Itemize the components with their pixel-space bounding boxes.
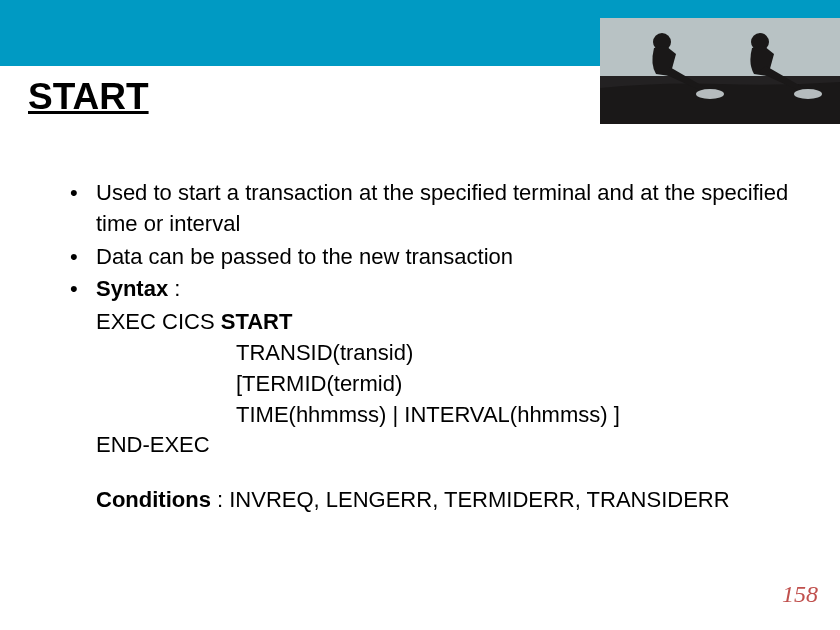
svg-point-3	[794, 89, 822, 99]
syntax-label: Syntax	[96, 276, 168, 301]
syntax-line: END-EXEC	[68, 430, 800, 461]
bullet-item: • Used to start a transaction at the spe…	[68, 178, 800, 240]
slide-title: START	[28, 76, 149, 118]
slide: START • Used to start a transaction at t…	[0, 0, 840, 630]
svg-point-2	[696, 89, 724, 99]
page-number: 158	[782, 581, 818, 608]
syntax-text: END-EXEC	[96, 432, 210, 457]
bullet-text: Syntax :	[96, 274, 800, 305]
rowers-image	[600, 18, 840, 124]
bullet-item: • Syntax :	[68, 274, 800, 305]
syntax-keyword: START	[221, 309, 293, 334]
syntax-line: TRANSID(transid)	[68, 338, 800, 369]
bullet-item: • Data can be passed to the new transact…	[68, 242, 800, 273]
syntax-text: TRANSID(transid)	[236, 340, 413, 365]
rowers-silhouette-icon	[600, 18, 840, 124]
syntax-colon: :	[168, 276, 180, 301]
syntax-text: TIME(hhmmss) | INTERVAL(hhmmss) ]	[236, 402, 620, 427]
spacer	[68, 461, 800, 485]
conditions-text: : INVREQ, LENGERR, TERMIDERR, TRANSIDERR	[211, 487, 730, 512]
syntax-text: [TERMID(termid)	[236, 371, 402, 396]
slide-body: • Used to start a transaction at the spe…	[68, 178, 800, 516]
bullet-marker: •	[68, 178, 96, 240]
syntax-line: EXEC CICS START	[68, 307, 800, 338]
bullet-text: Used to start a transaction at the speci…	[96, 178, 800, 240]
bullet-text: Data can be passed to the new transactio…	[96, 242, 800, 273]
bullet-marker: •	[68, 242, 96, 273]
syntax-line: [TERMID(termid)	[68, 369, 800, 400]
syntax-line: TIME(hhmmss) | INTERVAL(hhmmss) ]	[68, 400, 800, 431]
conditions-label: Conditions	[96, 487, 211, 512]
syntax-text: EXEC CICS	[96, 309, 221, 334]
bullet-marker: •	[68, 274, 96, 305]
conditions-line: Conditions : INVREQ, LENGERR, TERMIDERR,…	[68, 485, 800, 516]
